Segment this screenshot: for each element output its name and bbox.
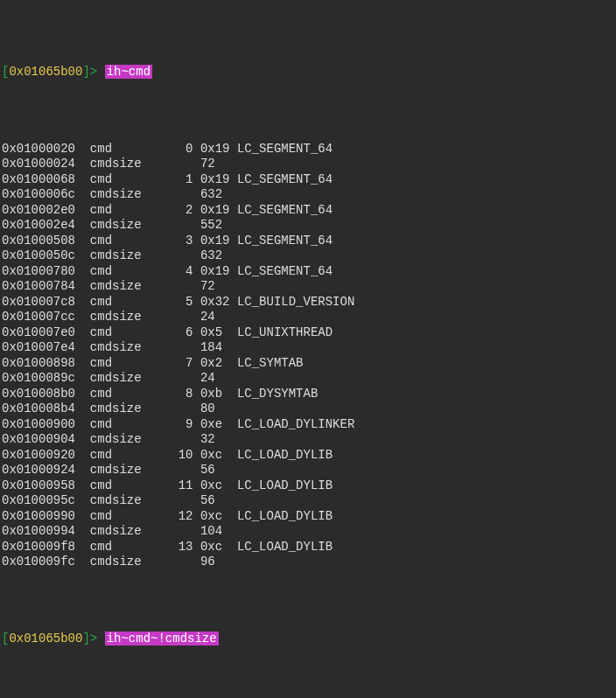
output-row: 0x01000020 cmd 0 0x19 LC_SEGMENT_64 [2,142,612,157]
col-hex-value: 0xb [200,387,230,401]
output-row: 0x01000958 cmd 11 0xc LC_LOAD_DYLIB [2,478,612,494]
col-description: LC_LOAD_DYLIB [237,509,332,523]
prompt-address: 0x01065b00 [9,65,82,79]
col-hex-value: 632 [200,187,230,201]
col-field-name: cmd [90,356,157,370]
col-field-name: cmd [90,234,157,248]
terminal-output[interactable]: [0x01065b00]> ih~cmd 0x01000020 cmd 0 0x… [0,0,616,698]
prompt-arrow: > [90,65,105,79]
prompt-address: 0x01065b00 [9,632,82,646]
col-address: 0x01000958 [2,478,75,492]
col-index: 3 [156,234,192,248]
col-index: 11 [156,478,192,492]
col-address: 0x010009fc [2,555,75,569]
col-description: LC_UNIXTHREAD [237,325,332,339]
col-address: 0x010007e4 [2,340,75,354]
col-field-name: cmdsize [90,493,157,507]
col-address: 0x01000900 [2,417,75,431]
col-address: 0x010002e0 [2,203,75,217]
col-field-name: cmd [90,417,157,431]
output-row: 0x01000904 cmdsize 32 [2,432,612,448]
prompt-command: ih~cmd~!cmdsize [105,632,219,646]
output-row: 0x010009fc cmdsize 96 [2,555,612,570]
col-field-name: cmdsize [90,555,157,569]
col-description: LC_SEGMENT_64 [237,203,332,217]
col-address: 0x010007cc [2,310,75,324]
col-hex-value: 0xc [200,448,230,462]
col-address: 0x01000024 [2,157,75,171]
col-hex-value: 56 [200,493,230,507]
col-field-name: cmdsize [90,279,157,293]
col-hex-value: 0x19 [200,172,230,186]
col-field-name: cmd [90,387,157,401]
prompt-close-bracket: ] [82,65,89,79]
col-index [156,248,192,262]
col-address: 0x01000780 [2,264,75,278]
col-address: 0x010002e4 [2,218,75,232]
col-index [156,493,192,507]
col-index: 13 [156,540,192,554]
col-hex-value: 80 [200,401,230,415]
prompt-line-1: [0x01065b00]> ih~cmd [2,65,612,80]
col-description: LC_LOAD_DYLINKER [237,417,354,431]
col-hex-value: 0xc [200,540,230,554]
col-field-name: cmd [90,203,157,217]
output-block-1: 0x01000020 cmd 0 0x19 LC_SEGMENT_640x010… [2,142,612,570]
col-field-name: cmdsize [90,310,157,324]
col-description: LC_LOAD_DYLIB [237,478,332,492]
output-row: 0x010007c8 cmd 5 0x32 LC_BUILD_VERSION [2,295,612,311]
output-row: 0x0100050c cmdsize 632 [2,248,612,264]
col-hex-value: 72 [200,279,230,293]
output-row: 0x01000024 cmdsize 72 [2,157,612,172]
output-row: 0x010008b0 cmd 8 0xb LC_DYSYMTAB [2,387,612,402]
col-address: 0x0100089c [2,371,75,385]
col-index: 5 [156,295,192,309]
col-hex-value: 632 [200,248,230,262]
col-address: 0x01000020 [2,142,75,156]
col-field-name: cmdsize [90,340,157,354]
col-address: 0x010007e0 [2,325,75,339]
col-index [156,371,192,385]
col-hex-value: 0x32 [200,295,230,309]
prompt-close-bracket: ] [82,632,89,646]
output-row: 0x01000508 cmd 3 0x19 LC_SEGMENT_64 [2,234,612,249]
col-index [156,310,192,324]
col-hex-value: 0x5 [200,325,230,339]
col-address: 0x01000508 [2,234,75,248]
col-index [156,218,192,232]
col-description: LC_LOAD_DYLIB [237,540,332,554]
col-index [156,524,192,538]
col-field-name: cmd [90,295,157,309]
col-address: 0x01000898 [2,356,75,370]
col-hex-value: 104 [200,524,230,538]
output-row: 0x01000068 cmd 1 0x19 LC_SEGMENT_64 [2,172,612,188]
prompt-command: ih~cmd [105,65,152,79]
col-field-name: cmdsize [90,187,157,201]
col-hex-value: 24 [200,371,230,385]
output-row: 0x0100095c cmdsize 56 [2,493,612,509]
col-address: 0x0100050c [2,248,75,262]
output-row: 0x010007e0 cmd 6 0x5 LC_UNIXTHREAD [2,325,612,341]
col-address: 0x01000068 [2,172,75,186]
col-address: 0x01000920 [2,448,75,462]
col-field-name: cmdsize [90,248,157,262]
col-hex-value: 0x19 [200,142,230,156]
col-description: LC_BUILD_VERSION [237,295,354,309]
col-address: 0x010008b4 [2,401,75,415]
col-index: 10 [156,448,192,462]
col-index: 9 [156,417,192,431]
prompt-arrow: > [90,632,105,646]
col-hex-value: 72 [200,157,230,171]
col-hex-value: 0x19 [200,203,230,217]
col-index: 0 [156,142,192,156]
col-description: LC_SEGMENT_64 [237,264,332,278]
col-index [156,157,192,171]
col-address: 0x010007c8 [2,295,75,309]
col-index: 12 [156,509,192,523]
output-row: 0x010009f8 cmd 13 0xc LC_LOAD_DYLIB [2,540,612,555]
col-address: 0x0100006c [2,187,75,201]
col-index: 4 [156,264,192,278]
col-description: LC_LOAD_DYLIB [237,448,332,462]
col-address: 0x01000994 [2,524,75,538]
output-row: 0x010002e4 cmdsize 552 [2,218,612,234]
